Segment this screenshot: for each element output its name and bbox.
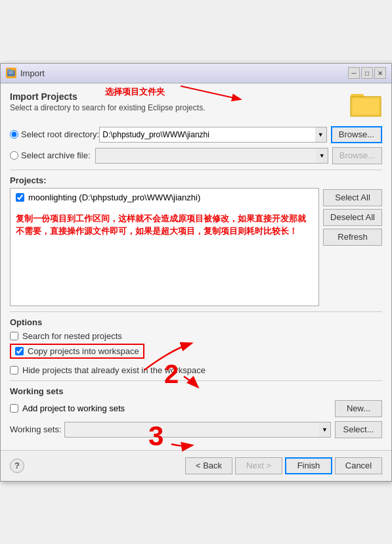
add-working-set-checkbox[interactable] [10,404,18,413]
dialog-content: Import Projects Select a directory to se… [1,83,391,450]
add-working-set-row: Add project to working sets New... [10,400,382,417]
hide-projects-checkbox[interactable] [10,366,18,374]
projects-container: moonlighting (D:\phpstudy_pro\WWW\jianzh… [10,188,382,306]
window-title: Import [20,68,348,78]
browse-root-button[interactable]: Browse... [331,126,382,143]
svg-rect-5 [351,94,364,98]
root-directory-radio-label[interactable]: Select root directory: [10,129,99,139]
deselect-all-button[interactable]: Deselect All [323,209,382,226]
maximize-button[interactable]: □ [361,67,373,79]
dialog-title: Import Projects [10,91,349,102]
new-working-set-button[interactable]: New... [335,400,382,417]
root-directory-input[interactable] [99,127,327,143]
archive-file-radio[interactable] [10,151,18,160]
svg-rect-1 [7,69,11,71]
add-working-set-label: Add project to working sets [22,403,125,413]
refresh-button[interactable]: Refresh [323,229,382,246]
window-icon [6,68,16,78]
working-sets-section: Working sets Add project to working sets… [10,386,382,438]
hide-projects-row: Hide projects that already exist in the … [10,365,382,375]
svg-rect-2 [9,72,14,72]
hide-projects-label: Hide projects that already exist in the … [22,365,206,375]
project-name: moonlighting (D:\phpstudy_pro\WWW\jianzh… [28,193,200,202]
annotation-copy-text: 复制一份项目到工作区间，这样就不会造成原项目被修改，如果直接开发那就不需要，直接… [13,209,316,242]
folder-icon [349,89,382,120]
next-button[interactable]: Next > [235,457,282,474]
bottom-bar: ? 3 < Back Next > Finish Cancel [1,450,391,481]
archive-file-row: Select archive file: ▼ Browse... [10,147,382,164]
import-dialog: Import ─ □ ✕ Import Projects Select a di… [0,63,392,482]
working-sets-title: Working sets [10,386,382,396]
root-directory-radio[interactable] [10,130,18,139]
finish-button[interactable]: Finish [285,457,332,474]
title-bar: Import ─ □ ✕ [1,64,391,83]
help-button[interactable]: ? [10,459,24,473]
archive-file-radio-label[interactable]: Select archive file: [10,150,95,160]
projects-label: Projects: [10,175,382,185]
options-section: Options Search for nested projects Copy … [10,317,382,375]
svg-rect-3 [9,73,12,74]
dialog-description: Select a directory to search for existin… [10,103,349,112]
working-sets-input[interactable] [64,422,331,438]
search-nested-checkbox[interactable] [10,332,18,340]
select-all-button[interactable]: Select All [323,189,382,206]
search-nested-row: Search for nested projects [10,331,382,341]
back-button[interactable]: < Back [185,457,232,474]
close-button[interactable]: ✕ [374,67,386,79]
project-checkbox[interactable] [16,193,24,202]
working-sets-label: Working sets: [10,424,62,434]
copy-projects-checkbox[interactable] [15,347,24,355]
archive-file-input[interactable] [95,148,328,164]
root-directory-row: Select root directory: ▼ Browse... [10,126,382,143]
svg-rect-7 [353,99,379,114]
minimize-button[interactable]: ─ [348,67,360,79]
search-nested-label: Search for nested projects [22,331,122,341]
window-controls: ─ □ ✕ [348,67,386,79]
cancel-button[interactable]: Cancel [335,457,382,474]
working-sets-input-row: Working sets: ▼ Select... [10,421,382,438]
projects-list: moonlighting (D:\phpstudy_pro\WWW\jianzh… [10,188,319,306]
browse-archive-button: Browse... [332,147,382,164]
annotation-folder: 选择项目文件夹 [105,86,165,98]
select-working-set-button[interactable]: Select... [335,421,382,438]
copy-projects-label: Copy projects into workspace [28,346,139,356]
projects-action-buttons: Select All Deselect All Refresh [323,188,382,306]
copy-projects-row: Copy projects into workspace [10,344,144,359]
options-title: Options [10,317,382,327]
list-item: moonlighting (D:\phpstudy_pro\WWW\jianzh… [13,191,316,204]
